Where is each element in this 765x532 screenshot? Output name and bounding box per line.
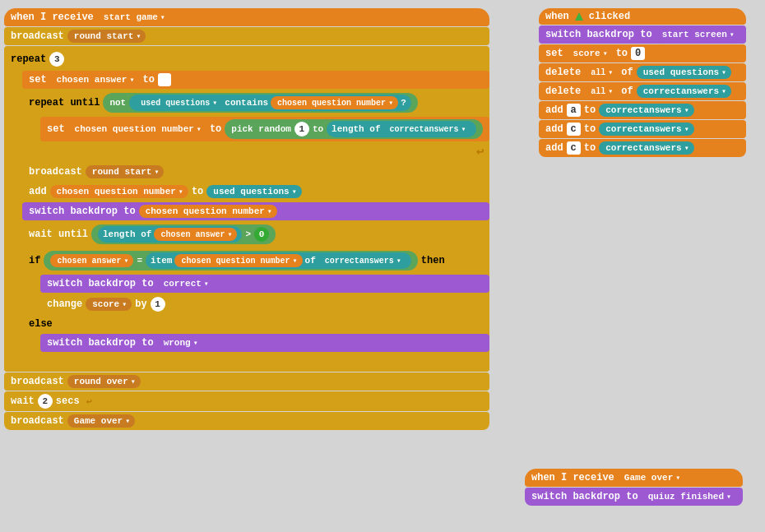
delete1-label: delete — [545, 67, 581, 78]
switch-backdrop-chosen-q[interactable]: switch backdrop to chosen question numbe… — [22, 202, 489, 220]
left-stack: when I receive start game broadcast roun… — [4, 8, 489, 430]
repeat-end-cap — [4, 363, 489, 372]
set2-label: set — [47, 123, 65, 135]
add-to-used-questions[interactable]: add chosen question number to used quest… — [22, 183, 489, 201]
all-dp-2[interactable]: all — [584, 85, 618, 98]
chosen-q-num-dp[interactable]: chosen question number — [271, 96, 398, 109]
add3-to: to — [584, 142, 596, 154]
correctanswers-list-dp[interactable]: correctanswers — [637, 85, 731, 98]
num1: 1 — [294, 122, 309, 136]
broadcast-round-start[interactable]: broadcast round start — [4, 27, 489, 45]
set-chosen-question[interactable]: set chosen question number to pick rando… — [40, 117, 489, 141]
to3-label: to — [313, 124, 323, 134]
chosen-q-var[interactable]: chosen question number — [68, 123, 206, 136]
quiz-finished-dp[interactable]: quiuz finished — [642, 490, 736, 503]
repeat-label: repeat — [11, 53, 46, 65]
add-chosen-q-dp[interactable]: chosen question number — [50, 185, 188, 198]
clicked-label: clicked — [589, 11, 630, 22]
wait-until-label: wait until — [29, 229, 88, 240]
score-dp[interactable]: score — [86, 298, 132, 311]
repeat-num: 3 — [49, 52, 64, 67]
gt-val: 0 — [254, 227, 269, 242]
repeat-until-label: repeat until — [29, 97, 100, 109]
repeat-3-block: repeat 3 set chosen answer to repeat unt… — [4, 46, 489, 372]
to-label2: to — [616, 48, 628, 59]
add1-to: to — [584, 104, 596, 116]
add2-label: add — [545, 123, 563, 135]
switch-wrong[interactable]: switch backdrop to wrong — [40, 334, 489, 352]
correctanswers-dp-5[interactable]: correctanswers — [599, 141, 693, 155]
broadcast3-label: broadcast — [11, 376, 64, 387]
start-game-dropdown[interactable]: start game — [97, 11, 170, 24]
switch1-label: switch backdrop to — [29, 206, 136, 217]
length-gt-condition: length of chosen answer > 0 — [91, 224, 276, 244]
broadcast-game-over[interactable]: broadcast Game over — [4, 412, 489, 430]
change-score[interactable]: change score by 1 — [40, 294, 489, 314]
correctanswers-dp[interactable]: correctanswers — [383, 123, 471, 136]
wait-until-block[interactable]: wait until length of chosen answer > 0 — [22, 222, 489, 247]
delete2-label: delete — [545, 86, 581, 97]
repeat-until-header: repeat until not used questions contains… — [22, 90, 489, 115]
used-questions-dp-2[interactable]: used questions — [206, 185, 301, 198]
set-label: set — [29, 74, 47, 86]
delete-used-questions[interactable]: delete all of used questions — [539, 63, 746, 81]
set-chosen-answer[interactable]: set chosen answer to — [22, 71, 489, 89]
wait-secs[interactable]: wait 2 secs ↩ — [4, 391, 489, 411]
correctanswers-dp-2[interactable]: correctanswers — [318, 254, 406, 267]
wait-label: wait — [11, 396, 35, 407]
repeat-header: repeat 3 — [4, 49, 489, 69]
set-score[interactable]: set score to 0 — [539, 44, 746, 62]
add-c-2[interactable]: add c to correctanswers — [539, 139, 746, 157]
pick-random-label: pick random — [231, 124, 291, 134]
loop-arrow-1: ↩ — [476, 143, 484, 160]
broadcast-round-start-2[interactable]: broadcast round start — [22, 163, 489, 181]
used-q-list-dp[interactable]: used questions — [637, 66, 731, 79]
switch-quiz-label: switch backdrop to — [531, 491, 638, 502]
score-var-dp[interactable]: score — [567, 47, 613, 60]
eq-label: = — [137, 256, 142, 266]
broadcast-label: broadcast — [11, 30, 64, 42]
c-val-2: c — [567, 141, 581, 155]
correct-dp[interactable]: correct — [157, 277, 214, 290]
contains-condition: used questions contains chosen question … — [129, 95, 411, 111]
length2-label: length of — [103, 229, 151, 239]
switch-quiz-finished[interactable]: switch backdrop to quiuz finished — [525, 488, 743, 506]
gt-label: > — [245, 229, 251, 239]
delete1-of: of — [621, 67, 633, 78]
hat-game-over[interactable]: when I receive Game over — [525, 469, 743, 487]
to2-label: to — [210, 123, 221, 135]
correctanswers-dp-4[interactable]: correctanswers — [599, 123, 693, 136]
add-a[interactable]: add a to correctanswers — [539, 101, 746, 119]
chosen-q-dp-3[interactable]: chosen question number — [174, 254, 302, 267]
round-start-dp-2[interactable]: round start — [86, 165, 165, 178]
chosen-answer-dp-3[interactable]: chosen answer — [50, 254, 133, 267]
hat-flag-clicked[interactable]: when clicked — [539, 8, 746, 25]
broadcast4-label: broadcast — [11, 415, 64, 427]
item-pill: item chosen question number of correctan… — [146, 252, 411, 269]
else-section: else — [22, 316, 489, 332]
start-screen-dp[interactable]: start screen — [656, 28, 740, 41]
game-over-dp[interactable]: Game over — [67, 414, 135, 428]
used-questions-dp[interactable]: used questions — [134, 96, 222, 109]
if-header: if chosen answer = item chosen question … — [22, 248, 489, 273]
switch-start-screen[interactable]: switch backdrop to start screen — [539, 25, 746, 44]
game-over-hat-dp[interactable]: Game over — [618, 471, 685, 484]
right-stack-2: when I receive Game over switch backdrop… — [525, 469, 743, 506]
if-condition: chosen answer = item chosen question num… — [44, 251, 417, 271]
wait-num: 2 — [38, 394, 53, 409]
else-label: else — [29, 318, 53, 330]
round-over-dp[interactable]: round over — [67, 375, 141, 388]
correctanswers-dp-3[interactable]: correctanswers — [599, 104, 693, 117]
wrong-dp[interactable]: wrong — [157, 336, 203, 349]
chosen-answer-dp-2[interactable]: chosen answer — [154, 228, 237, 241]
add-c-1[interactable]: add c to correctanswers — [539, 120, 746, 138]
switch-correct[interactable]: switch backdrop to correct — [40, 275, 489, 293]
chosen-answer-var[interactable]: chosen answer — [50, 73, 140, 86]
c-val-1: c — [567, 123, 581, 136]
round-start-dropdown[interactable]: round start — [67, 30, 146, 43]
broadcast-round-over[interactable]: broadcast round over — [4, 372, 489, 391]
delete-correctanswers[interactable]: delete all of correctanswers — [539, 82, 746, 100]
all-dp-1[interactable]: all — [584, 66, 618, 79]
hat-when-receive[interactable]: when I receive start game — [4, 8, 489, 26]
chosen-q-backdrop-dp[interactable]: chosen question number — [139, 205, 277, 218]
